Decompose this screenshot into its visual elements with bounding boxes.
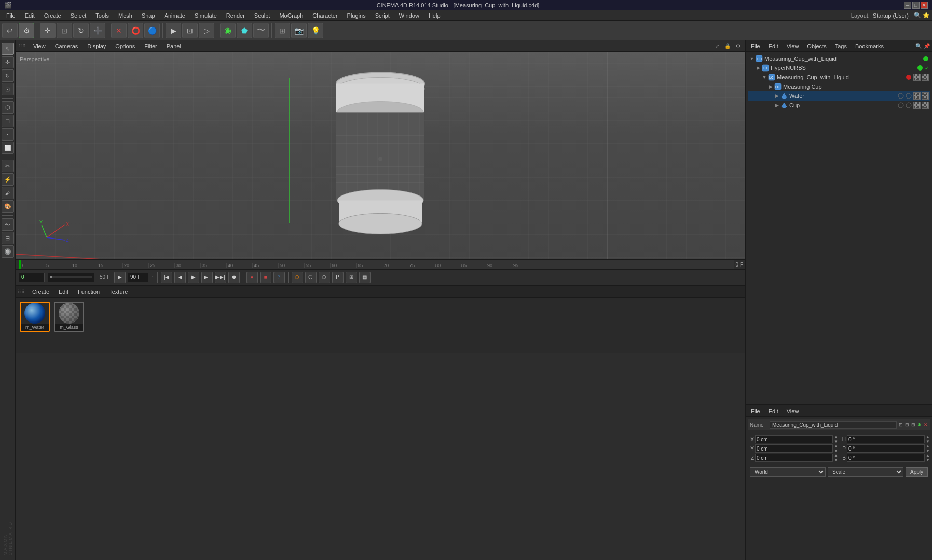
menu-mesh[interactable]: Mesh bbox=[114, 11, 136, 20]
magnet-btn[interactable]: ⚡ bbox=[2, 173, 14, 186]
goto-end-btn[interactable]: ▶▶| bbox=[215, 272, 226, 283]
coord-h-arrow[interactable]: ▲▼ bbox=[926, 435, 930, 444]
vis-water[interactable] bbox=[898, 93, 904, 99]
om-bookmarks-btn[interactable]: Bookmarks bbox=[852, 43, 887, 50]
vis1-hypernurbs[interactable] bbox=[917, 65, 923, 71]
light-btn[interactable]: 💡 bbox=[308, 23, 323, 38]
mat-menu-function[interactable]: Function bbox=[74, 288, 104, 296]
attr-icon1[interactable]: ⊡ bbox=[899, 422, 903, 427]
attr-icon2[interactable]: ⊟ bbox=[905, 422, 909, 427]
grid-btn[interactable]: ⊞ bbox=[275, 23, 290, 38]
expand-cup[interactable]: ▶ bbox=[774, 102, 780, 108]
polygon-mode-btn[interactable]: ⬡ bbox=[2, 101, 14, 114]
scale-tool-btn[interactable]: ⊡ bbox=[57, 23, 72, 38]
render-cup[interactable] bbox=[906, 102, 912, 108]
tree-row-hypernurbs[interactable]: ▶ L0 HyperNURBS ✓ bbox=[748, 63, 930, 73]
om-search-icon[interactable]: 🔍 bbox=[915, 43, 922, 49]
menu-create[interactable]: Create bbox=[40, 11, 65, 20]
om-tags-btn[interactable]: Tags bbox=[832, 43, 850, 50]
coord-y-value[interactable]: 0 cm bbox=[755, 444, 833, 453]
paint-btn[interactable]: 🎨 bbox=[2, 200, 14, 213]
vp-menu-display[interactable]: Display bbox=[83, 42, 110, 50]
frame-slider[interactable] bbox=[50, 276, 92, 278]
material-glass[interactable]: m_Glass bbox=[54, 302, 84, 332]
tree-row-root[interactable]: ▼ L0 Measuring_Cup_with_Liquid bbox=[748, 54, 930, 63]
menu-character[interactable]: Character bbox=[308, 11, 341, 20]
coord-z-arrow[interactable]: ▲▼ bbox=[834, 453, 838, 463]
model-mode-btn[interactable]: ⬜ bbox=[2, 142, 14, 154]
menu-help[interactable]: Help bbox=[424, 11, 445, 20]
play-btn[interactable]: ▶ bbox=[188, 272, 199, 283]
coord-b-arrow[interactable]: ▲▼ bbox=[926, 453, 930, 463]
timeline-playhead[interactable] bbox=[19, 260, 21, 269]
tree-row-cup[interactable]: ▶ Cup bbox=[748, 101, 930, 110]
menu-window[interactable]: Window bbox=[395, 11, 423, 20]
point-mode-btn[interactable]: · bbox=[2, 128, 14, 141]
frame-slider-container[interactable] bbox=[48, 273, 94, 282]
bookmark-icon[interactable]: ⭐ bbox=[923, 12, 930, 19]
menu-snap[interactable]: Snap bbox=[138, 11, 159, 20]
timeline-ruler[interactable]: 0 5 10 15 20 25 30 35 40 45 50 55 60 65 … bbox=[16, 259, 745, 270]
attr-view-btn[interactable]: View bbox=[784, 408, 802, 415]
tree-row-mc[interactable]: ▶ L0 Measuring Cup bbox=[748, 82, 930, 91]
end-frame-display[interactable]: 90 F bbox=[128, 273, 148, 282]
record-btn[interactable]: ⏺ bbox=[228, 272, 240, 283]
goto-start-btn[interactable]: |◀ bbox=[161, 272, 172, 283]
world-dropdown[interactable]: World bbox=[750, 467, 826, 477]
close-btn[interactable]: ✕ bbox=[921, 2, 928, 9]
vis-mcl2[interactable] bbox=[906, 74, 912, 80]
material-btn[interactable]: ◉ bbox=[220, 23, 236, 38]
menu-select[interactable]: Select bbox=[66, 11, 91, 20]
coord-x-arrow[interactable]: ▲▼ bbox=[834, 435, 838, 444]
menu-animate[interactable]: Animate bbox=[160, 11, 189, 20]
om-view-btn[interactable]: View bbox=[784, 43, 802, 50]
tree-row-water[interactable]: ▶ Water bbox=[748, 91, 930, 101]
menu-simulate[interactable]: Simulate bbox=[190, 11, 221, 20]
undo-btn[interactable]: ↩ bbox=[2, 23, 18, 38]
menu-edit[interactable]: Edit bbox=[21, 11, 39, 20]
menu-mograph[interactable]: MoGraph bbox=[275, 11, 307, 20]
coord-p-arrow[interactable]: ▲▼ bbox=[926, 444, 930, 453]
knife-tool-btn[interactable]: ✂ bbox=[2, 160, 14, 172]
coord-y-arrow[interactable]: ▲▼ bbox=[834, 444, 838, 453]
attr-file-btn[interactable]: File bbox=[748, 408, 763, 415]
coord-b-value[interactable]: 0 ° bbox=[847, 454, 925, 462]
attr-icon4[interactable]: ✱ bbox=[917, 422, 922, 427]
menu-plugins[interactable]: Plugins bbox=[343, 11, 370, 20]
mat-menu-texture[interactable]: Texture bbox=[105, 288, 132, 296]
keyframe-btn[interactable]: ⬡ bbox=[292, 272, 303, 283]
vp-menu-panel[interactable]: Panel bbox=[162, 42, 185, 50]
rotate-tool-btn[interactable]: ↻ bbox=[73, 23, 89, 38]
spline-tool-btn[interactable]: 〜 bbox=[2, 218, 14, 231]
spline-btn[interactable]: 〜 bbox=[253, 23, 269, 38]
vp-lock-icon[interactable]: 🔒 bbox=[723, 42, 732, 50]
om-objects-btn[interactable]: Objects bbox=[804, 43, 829, 50]
sym-btn[interactable]: 🔘 bbox=[2, 245, 14, 258]
expand-mc[interactable]: ▶ bbox=[767, 83, 774, 90]
keyframe3-btn[interactable]: ⬡ bbox=[319, 272, 330, 283]
attr-edit-btn[interactable]: Edit bbox=[765, 408, 782, 415]
select-tool-btn[interactable]: ↖ bbox=[2, 43, 14, 55]
minimize-btn[interactable]: ─ bbox=[904, 2, 911, 9]
vp-menu-options[interactable]: Options bbox=[111, 42, 139, 50]
vis-cup[interactable] bbox=[898, 102, 904, 108]
loop-btn[interactable]: ● bbox=[246, 272, 258, 283]
tree-row-mcl2[interactable]: ▼ L0 Measuring_Cup_with_Liquid bbox=[748, 73, 930, 82]
viewport-3d[interactable]: Perspective bbox=[16, 52, 745, 259]
vp-menu-filter[interactable]: Filter bbox=[140, 42, 161, 50]
render-water[interactable] bbox=[906, 93, 912, 99]
mat-menu-edit[interactable]: Edit bbox=[54, 288, 73, 296]
menu-sculpt[interactable]: Sculpt bbox=[250, 11, 275, 20]
coord-z-value[interactable]: 0 cm bbox=[755, 454, 833, 462]
expand-root[interactable]: ▼ bbox=[749, 55, 755, 62]
next-frame-btn[interactable]: ▶| bbox=[201, 272, 213, 283]
help-btn[interactable]: ? bbox=[273, 272, 285, 283]
pose-btn[interactable]: P bbox=[332, 272, 344, 283]
expand-mcl2[interactable]: ▼ bbox=[761, 74, 767, 80]
coord-p-value[interactable]: 0 ° bbox=[847, 444, 925, 453]
floor-btn[interactable]: ⊟ bbox=[2, 232, 14, 244]
timeline-track[interactable]: 0 5 10 15 20 25 30 35 40 45 50 55 60 65 … bbox=[19, 260, 734, 269]
brush-btn[interactable]: 🖌 bbox=[2, 187, 14, 199]
om-file-btn[interactable]: File bbox=[748, 43, 763, 50]
prev-frame-btn[interactable]: ◀ bbox=[174, 272, 186, 283]
